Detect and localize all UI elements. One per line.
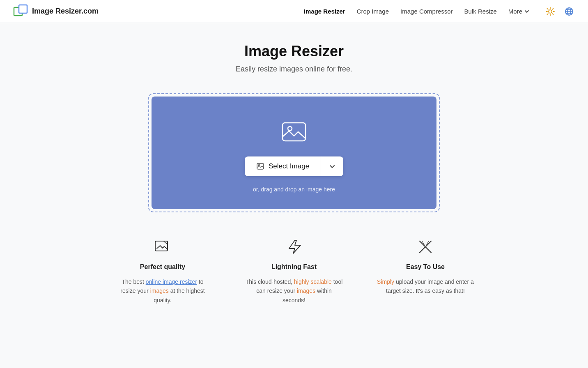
quality-title: Perfect quality [140, 263, 185, 271]
svg-line-7 [547, 8, 548, 9]
nav-image-compressor[interactable]: Image Compressor [400, 8, 453, 15]
upload-container: Select Image or, drag and drop an image … [148, 93, 440, 212]
svg-line-10 [547, 14, 548, 14]
globe-icon [565, 7, 574, 16]
select-image-icon [256, 162, 264, 170]
page-subtitle: Easily resize images online for free. [236, 65, 352, 74]
main-nav: Image Resizer Crop Image Image Compresso… [304, 6, 575, 17]
select-image-button-group: Select Image [245, 156, 343, 176]
svg-line-8 [552, 14, 553, 14]
drag-drop-hint: or, drag and drop an image here [253, 186, 335, 193]
select-image-dropdown-button[interactable] [321, 156, 343, 176]
upload-image-icon [279, 117, 309, 147]
logo-text: Image Resizer.com [32, 7, 99, 16]
svg-line-9 [552, 8, 553, 9]
theme-toggle-button[interactable] [544, 6, 556, 17]
page-title: Image Resizer [244, 43, 344, 60]
svg-rect-16 [283, 123, 305, 141]
logo[interactable]: Image Resizer.com [13, 4, 99, 19]
sun-icon [546, 7, 555, 16]
language-selector-button[interactable] [563, 6, 575, 17]
nav-utility-icons [544, 6, 575, 17]
quality-icon [153, 237, 172, 257]
svg-point-17 [288, 126, 292, 131]
feature-speed: Lightning Fast This cloud-hosted, highly… [245, 237, 343, 305]
quality-desc: The best online image resizer to resize … [113, 277, 212, 305]
nav-image-resizer[interactable]: Image Resizer [304, 8, 345, 15]
easy-desc: Simply upload your image and enter a tar… [376, 277, 475, 296]
svg-point-2 [549, 10, 552, 13]
nav-crop-image[interactable]: Crop Image [357, 8, 389, 15]
chevron-down-icon [328, 163, 336, 170]
select-image-button[interactable]: Select Image [245, 156, 321, 176]
easy-icon [416, 237, 435, 257]
features-section: Perfect quality The best online image re… [109, 237, 479, 305]
logo-icon [13, 4, 28, 19]
feature-easy: Easy To Use Simply upload your image and… [376, 237, 475, 305]
nav-more[interactable]: More [508, 8, 530, 15]
speed-desc: This cloud-hosted, highly scalable tool … [245, 277, 343, 305]
nav-bulk-resize[interactable]: Bulk Resize [464, 8, 497, 15]
chevron-down-icon [524, 9, 530, 14]
speed-title: Lightning Fast [271, 263, 317, 271]
upload-drop-zone[interactable]: Select Image or, drag and drop an image … [152, 97, 436, 209]
speed-icon [284, 237, 304, 257]
svg-rect-1 [19, 5, 27, 13]
feature-quality: Perfect quality The best online image re… [113, 237, 212, 305]
easy-title: Easy To Use [406, 263, 445, 271]
